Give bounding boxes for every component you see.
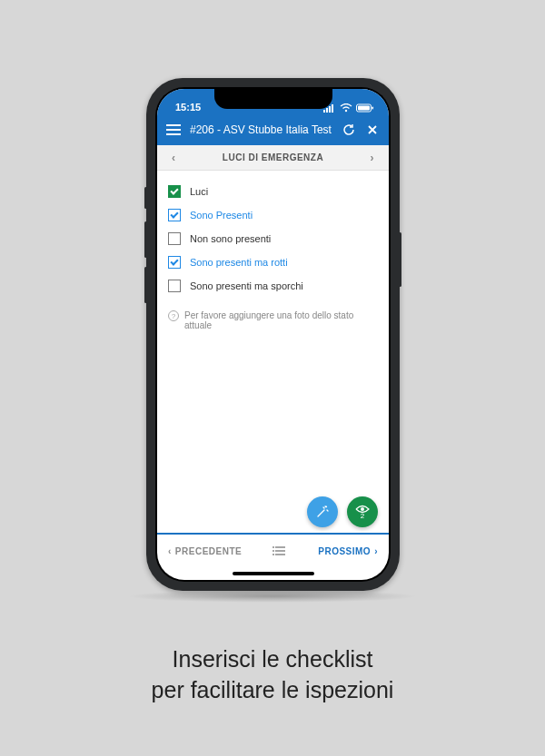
svg-rect-2 (329, 106, 331, 113)
app-header: #206 - ASV Stubbe Italia Test (157, 114, 389, 145)
next-label: PROSSIMO (318, 546, 371, 556)
svg-rect-6 (372, 107, 374, 110)
caption-line: Inserisci le checklist (0, 644, 545, 675)
checkbox-checked-icon[interactable] (168, 256, 181, 269)
checklist-item[interactable]: Luci (168, 180, 378, 203)
svg-point-14 (272, 554, 274, 555)
section-next-icon[interactable]: › (367, 152, 379, 164)
checkbox-checked-icon[interactable] (168, 209, 181, 221)
section-title: LUCI DI EMERGENZA (223, 152, 323, 162)
checklist-label: Non sono presenti (190, 233, 271, 244)
status-time: 15:15 (175, 102, 201, 113)
checklist-label: Sono presenti ma sporchi (190, 280, 303, 291)
prev-button[interactable]: ‹ PRECEDENTE (168, 546, 242, 556)
list-icon[interactable] (272, 545, 287, 556)
content-area: Luci Sono Presenti Non sono presenti Son… (157, 171, 389, 533)
svg-point-4 (345, 110, 347, 112)
checklist-item[interactable]: Non sono presenti (168, 227, 378, 250)
svg-point-13 (272, 550, 274, 552)
chevron-right-icon: › (374, 546, 378, 556)
bottom-nav: ‹ PRECEDENTE PROSSIMO › (157, 535, 389, 567)
chevron-left-icon: ‹ (168, 546, 172, 556)
fab-action-button[interactable] (307, 496, 338, 527)
checklist-label: Sono Presenti (190, 210, 253, 221)
close-icon[interactable] (365, 123, 380, 137)
checkbox-unchecked-icon[interactable] (168, 232, 181, 245)
svg-rect-0 (323, 110, 325, 113)
svg-rect-3 (332, 104, 333, 113)
notch (214, 89, 332, 109)
checklist-item[interactable]: Sono Presenti (168, 203, 378, 227)
question-icon: ? (168, 310, 179, 321)
home-indicator (157, 567, 389, 580)
svg-rect-7 (358, 106, 370, 111)
hint-row: ? Per favore aggiungere una foto dello s… (168, 298, 378, 330)
checklist-label: Luci (190, 186, 208, 197)
battery-icon (356, 103, 374, 113)
next-button[interactable]: PROSSIMO › (318, 546, 378, 556)
phone-frame: 15:15 #206 - ASV Stubbe Italia Test (146, 78, 400, 591)
caption-line: per facilitare le ispezioni (0, 675, 545, 706)
app-title: #206 - ASV Stubbe Italia Test (190, 123, 332, 136)
side-button (144, 187, 147, 209)
checklist-label: Sono presenti ma rotti (190, 257, 288, 268)
fab-count: 2 (361, 513, 364, 520)
svg-point-12 (272, 546, 274, 548)
caption: Inserisci le checklist per facilitare le… (0, 644, 545, 706)
checkbox-unchecked-icon[interactable] (168, 280, 181, 292)
checkbox-checked-icon[interactable] (168, 185, 181, 198)
svg-point-8 (361, 507, 364, 511)
svg-rect-1 (326, 108, 328, 113)
fab-view-button[interactable]: 2 (347, 496, 378, 527)
side-button (144, 221, 147, 258)
checklist-item[interactable]: Sono presenti ma rotti (168, 250, 378, 274)
menu-icon[interactable] (166, 124, 181, 135)
prev-label: PRECEDENTE (175, 546, 242, 556)
wand-icon (315, 505, 330, 519)
side-button (399, 232, 401, 287)
wifi-icon (340, 103, 352, 113)
hint-text: Per favore aggiungere una foto dello sta… (184, 310, 378, 330)
section-prev-icon[interactable]: ‹ (168, 152, 180, 164)
phone-shadow (127, 590, 418, 603)
checklist-item[interactable]: Sono presenti ma sporchi (168, 274, 378, 298)
refresh-icon[interactable] (342, 123, 356, 137)
side-button (144, 267, 147, 303)
section-nav: ‹ LUCI DI EMERGENZA › (157, 145, 389, 171)
